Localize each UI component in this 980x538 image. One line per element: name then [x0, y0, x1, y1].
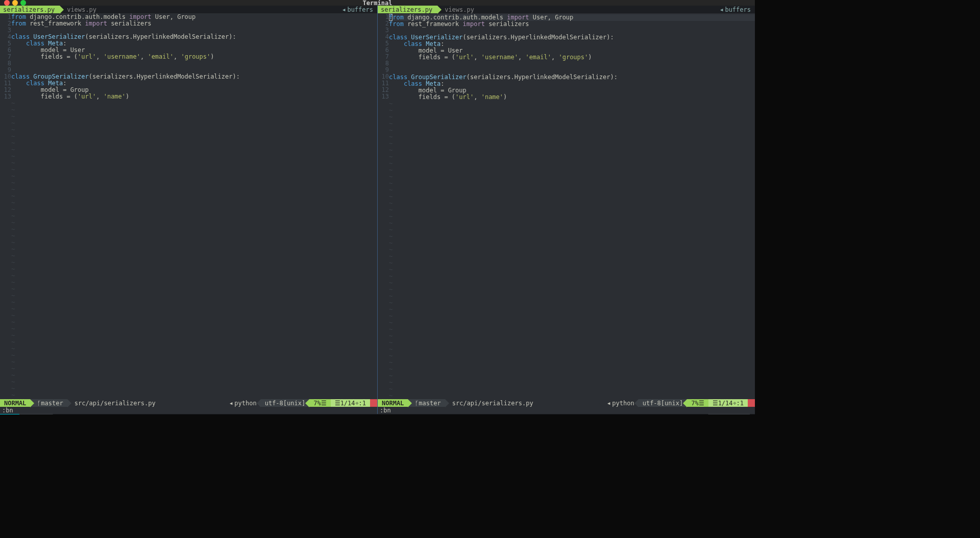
terminal-window: Terminal serializers.py views.py buffers…	[0, 0, 755, 414]
command-line-right[interactable]: :bn	[378, 407, 755, 414]
gutter-left: 12345678910111213	[0, 13, 11, 399]
chevron-left-icon: ◀	[230, 401, 232, 406]
buffers-indicator: buffers	[720, 6, 755, 13]
percent-segment: 7%	[309, 399, 330, 407]
tmux-session[interactable]: tmp	[0, 414, 19, 414]
tmux-date: 07-Jul-19	[708, 414, 750, 414]
branch-segment: master	[30, 399, 67, 407]
tmux-window-1[interactable]: 1:nvim*	[374, 414, 400, 415]
code-lines-right[interactable]: from django.contrib.auth.models import U…	[389, 13, 755, 399]
branch-segment: master	[408, 399, 445, 407]
buffer-tab-serializers[interactable]: serializers.py	[378, 6, 437, 13]
tmux-pane-index: 1:1	[53, 414, 75, 414]
pane-left[interactable]: serializers.py views.py buffers 12345678…	[0, 6, 378, 414]
buffer-tab-views[interactable]: views.py	[60, 6, 102, 13]
filepath-segment: src/api/serializers.py	[67, 399, 226, 407]
pane-right[interactable]: serializers.py views.py buffers 12345678…	[378, 6, 755, 414]
tmux-statusbar: tmp serhat 1:1 0:zsh- 1:nvim* 14:35:40 0…	[0, 414, 755, 414]
filetype-segment: ◀python	[226, 399, 261, 407]
code-area-right[interactable]: 12345678910111213 from django.contrib.au…	[378, 13, 755, 399]
buffers-indicator: buffers	[342, 6, 377, 13]
bufferline-right: serializers.py views.py buffers	[378, 6, 755, 13]
filepath-segment: src/api/serializers.py	[445, 399, 603, 407]
buffer-tab-serializers[interactable]: serializers.py	[0, 6, 60, 13]
tmux-time: 14:35:40	[671, 414, 708, 415]
bufferline-left: serializers.py views.py buffers	[0, 6, 377, 13]
buffer-tab-label: views.py	[445, 6, 474, 13]
statusline-right: NORMAL master src/api/serializers.py ◀py…	[378, 399, 755, 407]
position-segment: 1/14 ⌖: 1	[708, 399, 748, 407]
code-lines-left[interactable]: from django.contrib.auth.models import U…	[11, 13, 377, 399]
mode-segment: NORMAL	[378, 399, 408, 407]
statusline-left: NORMAL master src/api/serializers.py ◀py…	[0, 399, 377, 407]
encoding-segment: utf-8[unix]	[261, 399, 309, 407]
buffer-tab-label: serializers.py	[381, 6, 432, 13]
titlebar: Terminal	[0, 0, 755, 6]
error-segment	[748, 399, 755, 407]
branch-icon	[37, 400, 41, 407]
tmux-windows: 0:zsh- 1:nvim*	[75, 414, 671, 415]
editor-split: serializers.py views.py buffers 12345678…	[0, 6, 755, 414]
buffer-tab-label: serializers.py	[3, 6, 55, 13]
error-segment	[370, 399, 377, 407]
gutter-right: 12345678910111213	[378, 13, 389, 399]
chevron-left-icon: ◀	[607, 401, 610, 406]
branch-icon	[415, 400, 419, 407]
mode-segment: NORMAL	[0, 399, 30, 407]
buffer-tab-label: views.py	[67, 6, 96, 13]
code-area-left[interactable]: 12345678910111213 from django.contrib.au…	[0, 13, 377, 399]
percent-segment: 7%	[687, 399, 708, 407]
tmux-user: serhat	[19, 414, 53, 414]
tmux-window-0[interactable]: 0:zsh-	[346, 414, 368, 415]
encoding-segment: utf-8[unix]	[639, 399, 687, 407]
buffer-tab-views[interactable]: views.py	[437, 6, 479, 13]
position-segment: 1/14 ⌖: 1	[331, 399, 370, 407]
filetype-segment: ◀python	[603, 399, 639, 407]
command-line-left[interactable]: :bn	[0, 407, 377, 414]
